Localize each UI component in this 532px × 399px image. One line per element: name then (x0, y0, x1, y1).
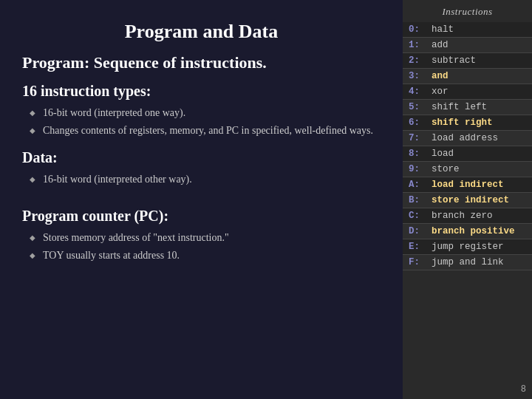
instr-label-branch-positive: branch positive (426, 224, 532, 239)
types-bullet-list: 16-bit word (interpreted one way). Chang… (30, 106, 381, 139)
instructions-title: Instructions (403, 6, 532, 18)
instr-code-4: 4: (403, 84, 426, 100)
types-section: 16 instruction types: 16-bit word (inter… (22, 83, 381, 149)
pc-bullet-2: TOY usually starts at address 10. (30, 248, 381, 263)
instr-label-halt: halt (426, 22, 532, 38)
data-heading: Data: (22, 149, 381, 166)
main-content: Program and Data Program: Sequence of in… (0, 0, 403, 399)
instr-code-7: 7: (403, 131, 426, 146)
instr-label-branch-zero: branch zero (426, 208, 532, 224)
instr-code-F: F: (403, 255, 426, 270)
pc-section: Program counter (PC): Stores memory addr… (22, 208, 381, 274)
instr-label-and: and (426, 69, 532, 84)
instr-code-A: A: (403, 177, 426, 193)
instr-code-B: B: (403, 193, 426, 208)
types-heading: 16 instruction types: (22, 83, 381, 100)
instr-label-jump-and-link: jump and link (426, 255, 532, 270)
data-bullet-1: 16-bit word (interpreted other way). (30, 172, 381, 187)
instr-label-store: store (426, 162, 532, 177)
instr-label-shift-left: shift left (426, 100, 532, 115)
data-section: Data: 16-bit word (interpreted other way… (22, 149, 381, 197)
instr-label-load-indirect: load indirect (426, 177, 532, 193)
instr-code-0: 0: (403, 22, 426, 38)
page-title: Program and Data (22, 21, 381, 43)
instr-code-D: D: (403, 224, 426, 239)
instr-label-subtract: subtract (426, 53, 532, 69)
instr-label-store-indirect: store indirect (426, 193, 532, 208)
pc-bullet-1: Stores memory address of "next instructi… (30, 231, 381, 245)
instr-label-load: load (426, 146, 532, 162)
pc-heading: Program counter (PC): (22, 208, 381, 225)
instr-code-C: C: (403, 208, 426, 224)
instr-label-shift-right: shift right (426, 115, 532, 131)
instr-code-8: 8: (403, 146, 426, 162)
instr-code-5: 5: (403, 100, 426, 115)
instr-label-load-address: load address (426, 131, 532, 146)
instr-code-3: 3: (403, 69, 426, 84)
instructions-panel: Instructions 0:halt1:add2:subtract3:and4… (403, 0, 532, 399)
program-heading: Program: Sequence of instructions. (22, 53, 381, 72)
instr-label-jump-register: jump register (426, 239, 532, 255)
instr-label-add: add (426, 38, 532, 53)
data-bullet-list: 16-bit word (interpreted other way). (30, 172, 381, 187)
pc-bullet-list: Stores memory address of "next instructi… (30, 231, 381, 264)
types-bullet-2: Changes contents of registers, memory, a… (30, 123, 381, 138)
instr-code-6: 6: (403, 115, 426, 131)
instr-code-2: 2: (403, 53, 426, 69)
instr-code-1: 1: (403, 38, 426, 53)
instr-label-xor: xor (426, 84, 532, 100)
types-bullet-1: 16-bit word (interpreted one way). (30, 106, 381, 120)
page-number: 8 (521, 384, 526, 395)
instr-code-9: 9: (403, 162, 426, 177)
instr-code-E: E: (403, 239, 426, 255)
instructions-table: 0:halt1:add2:subtract3:and4:xor5:shift l… (403, 22, 532, 270)
